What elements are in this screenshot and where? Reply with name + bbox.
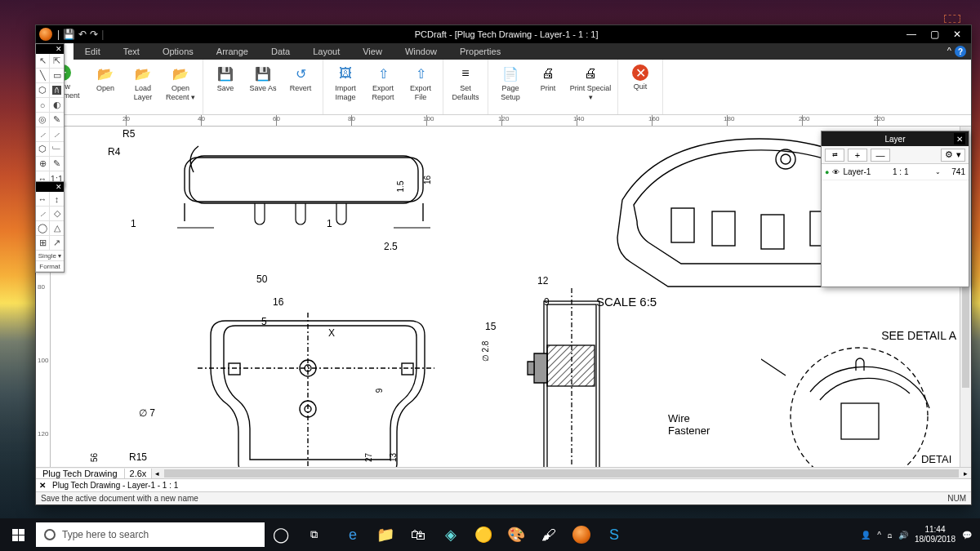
revert-button[interactable]: ↺Revert bbox=[283, 63, 318, 111]
layer-merge-button[interactable]: ⇄ bbox=[825, 149, 844, 162]
menu-arrange[interactable]: Arrange bbox=[205, 43, 260, 60]
save-as-button[interactable]: 💾Save As bbox=[246, 63, 280, 111]
layer-settings-button[interactable]: ⚙ ▾ bbox=[941, 149, 965, 162]
layer-row[interactable]: ● 👁 Layer-1 1 : 1 ⌄ 741 bbox=[822, 164, 969, 180]
tool-7-1[interactable]: ✎ bbox=[50, 157, 64, 171]
layer-name[interactable]: Layer-1 bbox=[843, 167, 893, 176]
help-icon[interactable]: ? bbox=[955, 46, 966, 57]
page-setup-button[interactable]: 📄Page Setup bbox=[493, 63, 528, 111]
dimtool-0-0[interactable]: ↔ bbox=[36, 192, 50, 206]
dimtool-3-0[interactable]: ⊞ bbox=[36, 236, 50, 250]
layer-scale-dropdown-icon[interactable]: ⌄ bbox=[932, 168, 944, 176]
layer-panel[interactable]: Layer ✕ ⇄ + — ⚙ ▾ ● 👁 Layer-1 1 : 1 ⌄ 74… bbox=[821, 131, 969, 287]
quit-button[interactable]: ✕Quit bbox=[623, 63, 657, 111]
brush-icon[interactable]: 🖌 bbox=[532, 518, 565, 551]
minimize-button[interactable]: — bbox=[901, 27, 922, 42]
start-button[interactable] bbox=[0, 518, 36, 551]
skype-icon[interactable]: S bbox=[598, 518, 630, 551]
tab-close-icon[interactable]: ✕ bbox=[39, 481, 46, 490]
dimtool-3-1[interactable]: ↗ bbox=[50, 236, 64, 250]
scroll-left-icon[interactable]: ◂ bbox=[152, 469, 163, 478]
menu-edit[interactable]: Edit bbox=[74, 43, 112, 60]
tray-chevron-icon[interactable]: ^ bbox=[877, 531, 881, 540]
dimtool-2-1[interactable]: △ bbox=[50, 221, 64, 235]
notifications-icon[interactable]: 💬 bbox=[962, 531, 972, 540]
tool-5-1[interactable]: ⟋ bbox=[50, 127, 64, 141]
tray-user-icon[interactable]: 👤 bbox=[861, 531, 871, 540]
layer-delete-button[interactable]: — bbox=[871, 149, 890, 162]
dimtool-1-0[interactable]: ⟋ bbox=[36, 207, 50, 220]
tool-5-0[interactable]: ⟋ bbox=[36, 127, 50, 141]
dimtool-0-1[interactable]: ↕ bbox=[50, 192, 64, 206]
app1-icon[interactable]: ◈ bbox=[434, 518, 467, 551]
tool-3-0[interactable]: ○ bbox=[36, 98, 50, 112]
tool-6-1[interactable]: ﹂ bbox=[50, 142, 64, 156]
tool-6-0[interactable]: ⬡ bbox=[36, 142, 50, 156]
save2-icon[interactable]: 💾 bbox=[63, 29, 75, 40]
close-button[interactable]: ✕ bbox=[947, 27, 968, 42]
tool-0-0[interactable]: ↖ bbox=[36, 54, 50, 68]
taskview-icon[interactable]: ⧉ bbox=[297, 518, 330, 551]
taskbar-search[interactable]: Type here to search bbox=[36, 522, 265, 547]
open-button[interactable]: 📂Open bbox=[88, 63, 122, 111]
menu-options[interactable]: Options bbox=[151, 43, 205, 60]
windows-taskbar[interactable]: Type here to search ◯ ⧉ e 📁 🛍 ◈ 🟡 🎨 🖌 S … bbox=[0, 518, 980, 551]
taskbar-clock[interactable]: 11:44 18/09/2018 bbox=[915, 525, 956, 544]
dimension-palette[interactable]: ✕ ↔↕⟋◇◯△⊞↗ Single ▾ Format bbox=[35, 181, 65, 273]
tool-7-0[interactable]: ⊕ bbox=[36, 157, 50, 171]
dimtool-1-1[interactable]: ◇ bbox=[50, 207, 64, 220]
layer-visible-icon[interactable]: ● bbox=[825, 168, 829, 176]
paint-icon[interactable]: 🎨 bbox=[500, 518, 532, 551]
save-button[interactable]: 💾Save bbox=[208, 63, 243, 111]
layer-add-button[interactable]: + bbox=[848, 149, 867, 162]
layer-panel-close-icon[interactable]: ✕ bbox=[954, 133, 965, 144]
export-report-button[interactable]: ⇧Export Report bbox=[366, 63, 400, 111]
dimpal-close-icon[interactable]: ✕ bbox=[56, 183, 62, 191]
undo-icon[interactable]: ↶ bbox=[78, 29, 87, 40]
export-file-button[interactable]: ⇧Export File bbox=[403, 63, 438, 111]
print-button[interactable]: 🖨Print bbox=[531, 63, 565, 111]
menu-layout[interactable]: Layout bbox=[301, 43, 351, 60]
edge-icon[interactable]: e bbox=[336, 518, 369, 551]
menu-text[interactable]: Text bbox=[112, 43, 151, 60]
collapse-ribbon-icon[interactable]: ^ bbox=[947, 46, 951, 57]
document-tab[interactable]: Plug Tech Drawing - Layer-1 - 1 : 1 bbox=[52, 481, 178, 490]
menu-properties[interactable]: Properties bbox=[448, 43, 512, 60]
horizontal-scrollbar[interactable]: Plug Tech Drawing 2.6x ◂ ▸ bbox=[36, 467, 971, 478]
tool-1-1[interactable]: ▭ bbox=[50, 69, 64, 82]
dim-single-dropdown[interactable]: Single ▾ bbox=[36, 251, 64, 261]
explorer-icon[interactable]: 📁 bbox=[369, 518, 402, 551]
scroll-right-icon[interactable]: ▸ bbox=[960, 469, 971, 478]
tool-4-1[interactable]: ✎ bbox=[50, 113, 64, 127]
tool-3-1[interactable]: ◐ bbox=[50, 98, 64, 112]
layer-scale[interactable]: 1 : 1 bbox=[893, 167, 932, 176]
set-defaults-button[interactable]: ≡Set Defaults bbox=[448, 63, 483, 111]
load-layer-button[interactable]: 📂Load Layer bbox=[126, 63, 160, 111]
print-special-button[interactable]: 🖨Print Special ▾ bbox=[568, 63, 612, 111]
menu-data[interactable]: Data bbox=[260, 43, 301, 60]
tool-1-0[interactable]: ╲ bbox=[36, 69, 50, 82]
open-recent-button[interactable]: 📂Open Recent ▾ bbox=[163, 63, 198, 111]
tray-volume-icon[interactable]: 🔊 bbox=[898, 531, 908, 540]
window-titlebar[interactable]: | 💾 ↶ ↷ | PCDraft - [Plug Tech Drawing -… bbox=[36, 25, 971, 43]
dimtool-2-0[interactable]: ◯ bbox=[36, 221, 50, 235]
pcdraft-taskbar-icon[interactable] bbox=[565, 518, 598, 551]
cortana-icon[interactable]: ◯ bbox=[265, 518, 297, 551]
chrome-icon[interactable]: 🟡 bbox=[467, 518, 500, 551]
tool-2-1[interactable]: 🅰 bbox=[50, 83, 64, 97]
menu-window[interactable]: Window bbox=[394, 43, 448, 60]
save-icon[interactable]: | bbox=[57, 29, 60, 40]
tool-2-0[interactable]: ⬡ bbox=[36, 83, 50, 97]
zoom-indicator[interactable]: 2.6x bbox=[125, 469, 153, 478]
toolbox-close-icon[interactable]: ✕ bbox=[56, 45, 62, 53]
tray-network-icon[interactable]: ⩍ bbox=[888, 531, 892, 540]
tool-4-0[interactable]: ◎ bbox=[36, 113, 50, 127]
store-icon[interactable]: 🛍 bbox=[402, 518, 434, 551]
dim-format-button[interactable]: Format bbox=[36, 261, 64, 272]
import-image-button[interactable]: 🖼Import Image bbox=[328, 63, 363, 111]
tool-0-1[interactable]: ⇱ bbox=[50, 54, 64, 68]
scroll-track[interactable] bbox=[164, 469, 959, 478]
layer-eye-icon[interactable]: 👁 bbox=[832, 168, 840, 176]
maximize-button[interactable]: ▢ bbox=[924, 27, 945, 42]
redo-icon[interactable]: ↷ bbox=[90, 29, 98, 40]
